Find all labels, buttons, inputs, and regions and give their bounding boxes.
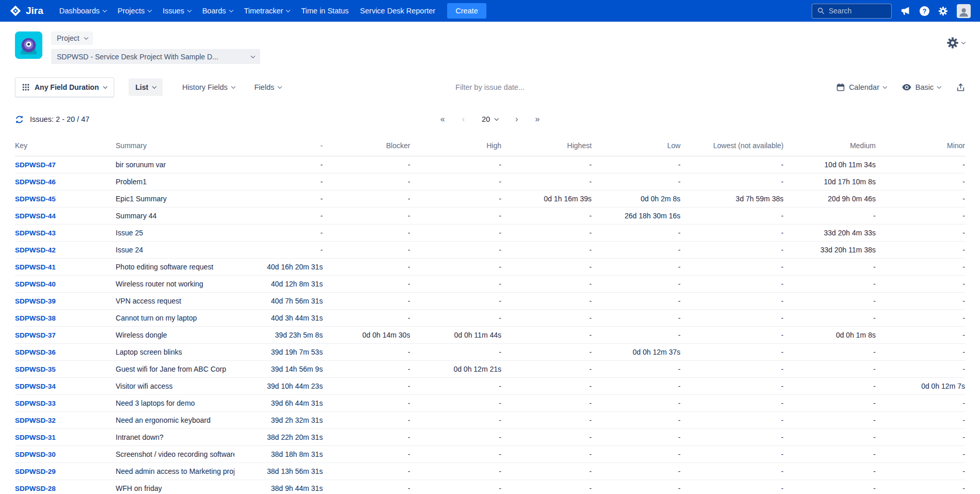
grid-icon — [22, 84, 29, 91]
issue-key-link[interactable]: SDPWSD-42 — [15, 246, 56, 254]
duration-cell: - — [410, 225, 501, 242]
jira-logo-icon — [9, 5, 22, 17]
duration-cell: - — [876, 429, 965, 446]
nav-item-issues[interactable]: Issues — [157, 0, 197, 22]
nav-item-time-in-status[interactable]: Time in Status — [295, 0, 354, 22]
report-toolbar: Any Field Duration List History Fields F… — [0, 76, 980, 98]
last-page-button[interactable]: » — [535, 115, 540, 123]
chevron-down-icon — [278, 84, 282, 88]
eye-icon — [902, 84, 911, 91]
duration-cell: - — [681, 327, 784, 344]
duration-cell: - — [501, 259, 592, 276]
duration-cell: - — [592, 395, 681, 412]
column-header-lowest: Lowest (not available) — [681, 141, 784, 156]
issue-key-link[interactable]: SDPWSD-36 — [15, 348, 56, 356]
issue-key-link[interactable]: SDPWSD-41 — [15, 263, 56, 271]
issue-key-link[interactable]: SDPWSD-44 — [15, 212, 56, 220]
summary-cell: WFH on friday — [116, 480, 234, 494]
duration-cell: 0d 0h 11m 44s — [410, 327, 501, 344]
first-page-button[interactable]: « — [440, 115, 445, 123]
basic-view-dropdown[interactable]: Basic — [902, 83, 941, 91]
summary-cell: Issue 24 — [116, 242, 234, 259]
duration-cell: - — [876, 293, 965, 310]
duration-cell: - — [681, 378, 784, 395]
project-type-dropdown[interactable]: Project — [51, 31, 93, 45]
duration-cell: 39d 6h 44m 31s — [234, 395, 323, 412]
issue-key-link[interactable]: SDPWSD-37 — [15, 331, 56, 339]
duration-cell: - — [501, 310, 592, 327]
issue-key-link[interactable]: SDPWSD-43 — [15, 229, 56, 237]
issue-key-link[interactable]: SDPWSD-46 — [15, 178, 56, 186]
nav-item-service-desk-reporter[interactable]: Service Desk Reporter — [354, 0, 441, 22]
issue-key-link[interactable]: SDPWSD-29 — [15, 468, 56, 475]
view-mode-dropdown[interactable]: List — [129, 78, 163, 96]
user-avatar[interactable] — [957, 4, 971, 18]
issues-table: Key Summary - Blocker High Highest Low L… — [15, 141, 965, 494]
duration-cell: - — [410, 259, 501, 276]
project-header: Project SDPWSD - Service Desk Project Wi… — [0, 22, 980, 72]
issue-date-filter[interactable]: Filter by issue date... — [455, 83, 525, 91]
duration-cell: - — [410, 412, 501, 429]
page-size-select[interactable]: 20 — [482, 115, 498, 123]
create-button[interactable]: Create — [447, 3, 486, 19]
report-settings-button[interactable] — [946, 37, 965, 49]
refresh-icon[interactable] — [15, 115, 24, 124]
key-cell: SDPWSD-33 — [15, 395, 116, 412]
duration-cell: - — [876, 190, 965, 208]
issue-key-link[interactable]: SDPWSD-28 — [15, 485, 56, 492]
duration-cell: 39d 10h 44m 23s — [234, 378, 323, 395]
nav-item-timetracker[interactable]: Timetracker — [238, 0, 295, 22]
history-fields-dropdown[interactable]: History Fields — [182, 83, 235, 91]
duration-cell: - — [323, 259, 410, 276]
duration-cell: - — [592, 259, 681, 276]
project-avatar — [15, 31, 42, 59]
duration-cell: - — [681, 446, 784, 463]
duration-cell: - — [783, 412, 875, 429]
issue-key-link[interactable]: SDPWSD-32 — [15, 417, 56, 424]
duration-cell: - — [783, 429, 875, 446]
issue-key-link[interactable]: SDPWSD-38 — [15, 314, 56, 322]
duration-cell: - — [876, 276, 965, 293]
fields-label: Fields — [255, 83, 275, 91]
nav-item-dashboards[interactable]: Dashboards — [54, 0, 112, 22]
issue-key-link[interactable]: SDPWSD-31 — [15, 434, 56, 441]
duration-cell: 0d 0h 12m 37s — [592, 344, 681, 361]
nav-item-boards[interactable]: Boards — [197, 0, 239, 22]
help-icon[interactable]: ? — [920, 6, 929, 16]
fields-dropdown[interactable]: Fields — [255, 83, 281, 91]
duration-cell: - — [876, 259, 965, 276]
search-input[interactable] — [829, 7, 886, 15]
issue-key-link[interactable]: SDPWSD-45 — [15, 195, 56, 203]
table-row: SDPWSD-34Visitor wifi access39d 10h 44m … — [15, 378, 965, 395]
key-cell: SDPWSD-46 — [15, 173, 116, 190]
nav-item-label: Timetracker — [244, 7, 283, 15]
duration-cell: - — [783, 259, 875, 276]
summary-cell: Photo editing software request — [116, 259, 234, 276]
summary-cell: Need admin access to Marketing project — [116, 463, 234, 480]
project-selector[interactable]: SDPWSD - Service Desk Project With Sampl… — [51, 49, 260, 64]
duration-cell: - — [876, 463, 965, 480]
key-cell: SDPWSD-40 — [15, 276, 116, 293]
issue-key-link[interactable]: SDPWSD-34 — [15, 383, 56, 390]
issue-key-link[interactable]: SDPWSD-47 — [15, 161, 56, 169]
export-icon[interactable] — [956, 83, 965, 92]
nav-item-projects[interactable]: Projects — [112, 0, 157, 22]
calendar-dropdown[interactable]: Calendar — [836, 83, 887, 91]
duration-cell: - — [876, 173, 965, 190]
gear-icon[interactable] — [938, 6, 948, 16]
issue-key-link[interactable]: SDPWSD-30 — [15, 451, 56, 458]
issue-key-link[interactable]: SDPWSD-33 — [15, 400, 56, 407]
next-page-button[interactable]: › — [515, 115, 518, 123]
duration-cell: 40d 16h 20m 31s — [234, 259, 323, 276]
duration-cell: - — [501, 412, 592, 429]
issue-key-link[interactable]: SDPWSD-40 — [15, 280, 56, 288]
field-duration-dropdown[interactable]: Any Field Duration — [15, 77, 114, 97]
jira-logo[interactable]: Jira — [9, 5, 43, 17]
nav-search[interactable] — [812, 4, 892, 19]
duration-cell: - — [876, 480, 965, 494]
prev-page-button[interactable]: ‹ — [462, 115, 465, 123]
megaphone-icon[interactable] — [900, 6, 911, 15]
duration-cell: - — [681, 463, 784, 480]
issue-key-link[interactable]: SDPWSD-39 — [15, 297, 56, 305]
issue-key-link[interactable]: SDPWSD-35 — [15, 365, 56, 373]
